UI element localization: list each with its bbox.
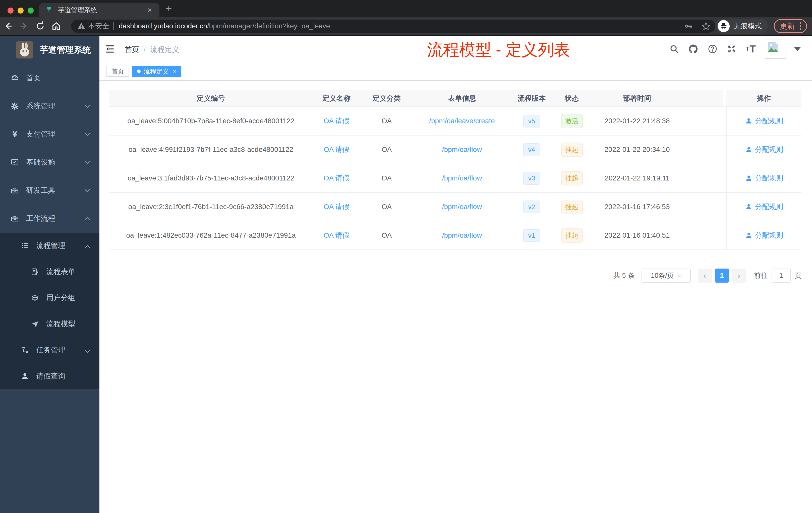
form-link[interactable]: /bpm/oa/leave/create (429, 117, 495, 125)
tag-process-definition[interactable]: 流程定义 × (132, 66, 181, 77)
col-header-category: 定义分类 (360, 90, 413, 107)
chevron-up-icon (85, 245, 90, 251)
user-icon (745, 203, 753, 211)
version-badge: v3 (523, 172, 540, 185)
tag-home[interactable]: 首页 (107, 66, 129, 77)
definition-name-link[interactable]: OA 请假 (324, 174, 349, 183)
sidebar-item-label: 首页 (26, 73, 41, 83)
definition-name-link[interactable]: OA 请假 (324, 116, 349, 126)
page-size-select[interactable]: 10条/页 (641, 269, 691, 282)
home-icon[interactable] (48, 21, 64, 31)
sidebar-collapse-icon[interactable] (105, 44, 115, 54)
list-icon (20, 241, 30, 250)
cell-deploy-time: 2022-01-22 20:34:10 (591, 135, 683, 163)
yen-icon: ¥ (10, 129, 20, 139)
assign-rule-link[interactable]: 分配规则 (745, 231, 783, 240)
chevron-down-icon (85, 348, 90, 353)
cell-definition-id: oa_leave:3:1fad3d93-7b75-11ec-a3c8-acde4… (109, 164, 313, 192)
robot-face-icon (30, 293, 40, 303)
table-row: oa_leave:2:3c1f0ef1-76b1-11ec-9c66-a2380… (109, 193, 802, 221)
sidebar-item-payment[interactable]: ¥ 支付管理 (0, 120, 99, 148)
version-badge: v2 (523, 201, 540, 213)
close-window-button[interactable] (7, 7, 13, 13)
definition-name-link[interactable]: OA 请假 (324, 145, 349, 154)
browser-menu-icon[interactable] (800, 22, 801, 30)
assign-rule-link[interactable]: 分配规则 (745, 202, 783, 212)
tag-label: 流程定义 (144, 67, 169, 76)
pagination-total: 共 5 条 (613, 271, 635, 280)
cell-category: OA (360, 135, 413, 163)
cell-definition-id: oa_leave:2:3c1f0ef1-76b1-11ec-9c66-a2380… (109, 193, 313, 221)
cell-category: OA (360, 193, 413, 221)
form-link[interactable]: /bpm/oa/flow (442, 174, 482, 182)
sidebar-item-task-mgmt[interactable]: 任务管理 (0, 337, 99, 363)
workflow-submenu: 流程管理 流程表单 用户分组 (0, 233, 99, 389)
new-tab-button[interactable]: + (166, 3, 172, 14)
minimize-window-button[interactable] (18, 7, 24, 13)
definition-name-link[interactable]: OA 请假 (324, 231, 349, 240)
col-header-status: 状态 (552, 90, 591, 107)
maximize-window-button[interactable] (28, 7, 34, 13)
breadcrumb-home[interactable]: 首页 (124, 45, 139, 55)
avatar-dropdown-caret-icon[interactable] (794, 47, 801, 51)
sidebar-logo-row[interactable]: 芋道管理系统 (0, 36, 99, 64)
sidebar-item-system[interactable]: 系统管理 (0, 92, 99, 120)
browser-toolbar: 不安全 dashboard.yudao.iocoder.cn/bpm/manag… (0, 17, 812, 36)
browser-tab[interactable]: 芋道管理系统 × (39, 3, 160, 17)
sidebar-item-label: 系统管理 (26, 101, 55, 111)
sidebar-item-label: 基础设施 (26, 157, 55, 168)
definition-name-link[interactable]: OA 请假 (324, 202, 349, 212)
url-bar[interactable]: 不安全 dashboard.yudao.iocoder.cn/bpm/manag… (71, 20, 715, 33)
sidebar-item-infra[interactable]: 基础设施 (0, 148, 99, 176)
assign-rule-link[interactable]: 分配规则 (745, 145, 783, 154)
current-page-button[interactable]: 1 (715, 269, 729, 282)
sidebar-item-devtools[interactable]: 研发工具 (0, 176, 99, 205)
update-label[interactable]: 更新 (780, 21, 795, 31)
tag-close-icon[interactable]: × (173, 68, 176, 75)
form-link[interactable]: /bpm/oa/flow (442, 146, 482, 154)
breadcrumb-current: 流程定义 (150, 45, 179, 55)
dashboard-icon (10, 73, 20, 83)
breadcrumb-separator: / (144, 46, 146, 54)
sidebar-item-leave-query[interactable]: 请假查询 (0, 363, 99, 389)
sidebar-item-label: 用户分组 (46, 293, 75, 303)
sidebar-item-process-form[interactable]: 流程表单 (0, 259, 99, 285)
sidebar-item-home[interactable]: 首页 (0, 64, 99, 92)
sidebar-item-process-model[interactable]: 流程模型 (0, 311, 99, 337)
form-link[interactable]: /bpm/oa/flow (442, 203, 482, 211)
sidebar: 芋道管理系统 首页 系统管理 ¥ 支付管理 (0, 36, 99, 513)
col-header-name: 定义名称 (313, 90, 360, 107)
incognito-icon (718, 20, 730, 32)
form-link[interactable]: /bpm/oa/flow (442, 232, 482, 239)
password-key-icon[interactable] (684, 22, 693, 31)
reload-icon[interactable] (32, 21, 48, 31)
assign-rule-link[interactable]: 分配规则 (745, 116, 783, 126)
avatar[interactable] (765, 39, 786, 59)
version-badge: v1 (523, 229, 540, 242)
bookmark-star-icon[interactable] (701, 21, 711, 31)
tab-close-icon[interactable]: × (146, 6, 153, 14)
assign-rule-link[interactable]: 分配规则 (745, 174, 783, 183)
page-unit-label: 页 (795, 271, 802, 280)
browser-update-button[interactable]: 更新 (774, 19, 807, 33)
browser-window: 芋道管理系统 × + 不安全 dashboard.yudao.iocoder.c… (0, 0, 812, 513)
breadcrumb: 首页 / 流程定义 (124, 45, 179, 55)
font-size-icon[interactable]: TT (746, 43, 756, 55)
next-page-button[interactable]: › (732, 269, 746, 282)
back-icon[interactable] (0, 21, 16, 31)
fullscreen-icon[interactable] (727, 44, 737, 54)
forward-icon[interactable] (16, 21, 32, 31)
sidebar-item-process-mgmt[interactable]: 流程管理 (0, 233, 99, 259)
prev-page-button[interactable]: ‹ (698, 269, 712, 282)
sidebar-item-workflow[interactable]: 工作流程 (0, 205, 99, 233)
user-icon (745, 146, 753, 153)
cell-definition-id: oa_leave:5:004b710b-7b8a-11ec-8ef0-acde4… (109, 107, 313, 135)
github-icon[interactable] (688, 44, 698, 54)
navbar: 首页 / 流程定义 流程模型 - 定义列表 (99, 36, 812, 62)
table-row: oa_leave:4:991f2193-7b7f-11ec-a3c8-acde4… (109, 135, 802, 164)
search-icon[interactable] (669, 44, 679, 54)
page-goto-input[interactable] (772, 269, 791, 282)
sidebar-item-user-group[interactable]: 用户分组 (0, 285, 99, 311)
help-icon[interactable] (707, 44, 718, 54)
url-separator (113, 22, 114, 30)
